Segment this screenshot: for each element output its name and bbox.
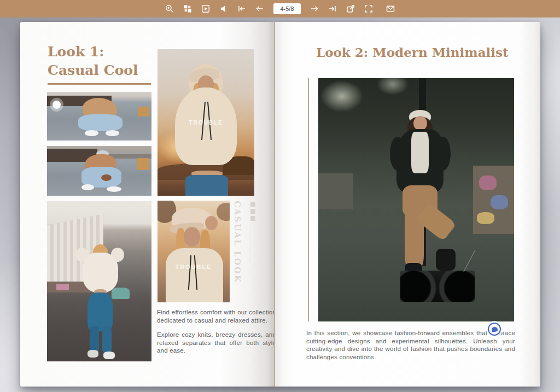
jacket-arm-shape [435, 137, 451, 171]
jeans-shape [88, 292, 113, 331]
sky-gap-shape [320, 80, 364, 112]
left-title-line1: Look 1: [48, 43, 138, 61]
shirt-text: TROUBLE [158, 264, 230, 270]
jeans-leg-shape [90, 326, 99, 354]
email-button[interactable] [384, 2, 397, 15]
hand-shape [205, 216, 217, 230]
photo-casual-crouch [47, 92, 151, 141]
page-right: Look 2: Modern Minimalist [275, 22, 540, 387]
sound-button[interactable] [217, 2, 230, 15]
page-flip-hint-button[interactable] [488, 323, 501, 336]
title-underline [48, 83, 151, 85]
thumbnails-icon [183, 4, 192, 14]
page-indicator[interactable]: 4-5/8 [273, 3, 301, 14]
vertical-caption: CASUAL LOOK [232, 201, 242, 305]
sound-icon [219, 4, 229, 14]
sneaker-shape [85, 130, 98, 136]
lens-flare [52, 101, 61, 109]
photo-sunset-hoodie: TROUBLE [158, 49, 254, 196]
photo-sunset-closeup: TROUBLE [158, 201, 230, 302]
left-page-title: Look 1: Casual Cool [48, 43, 138, 80]
jacket-arm-shape [390, 137, 406, 171]
car-shape [112, 288, 129, 299]
slideshow-icon [201, 4, 211, 14]
boot-shape [436, 249, 456, 271]
tee-shape [411, 132, 429, 173]
zoom-in-icon [165, 4, 174, 14]
graffiti-shape [491, 195, 508, 210]
share-icon [346, 4, 355, 14]
photo-casual-back-view [47, 201, 151, 361]
previous-page-icon [255, 4, 265, 14]
thumbnails-button[interactable] [181, 2, 194, 15]
antenna-shape [463, 250, 475, 272]
first-page-button[interactable] [235, 2, 248, 15]
face-shape [413, 116, 427, 131]
next-page-icon [310, 4, 319, 14]
hoodie-shape [83, 253, 118, 292]
sneaker-shape [107, 186, 121, 192]
share-button[interactable] [344, 2, 357, 15]
deco-square [250, 209, 255, 214]
deco-line [249, 225, 249, 261]
fullscreen-button[interactable] [362, 2, 375, 15]
book-spine [274, 22, 275, 387]
paragraph: Explore cozy knits, breezy dresses, and … [157, 331, 275, 355]
flipbook-toolbar: 4-5/8 [0, 0, 560, 17]
sneaker-shape [103, 352, 115, 359]
glove-shape [101, 174, 112, 181]
photo-casual-tying-shoe [47, 146, 151, 196]
jeans-leg-shape [102, 326, 112, 354]
graffiti-shape [479, 175, 497, 190]
crate-shape [137, 158, 149, 170]
deco-square [250, 216, 255, 221]
previous-page-button[interactable] [253, 2, 266, 15]
jeans-shape [185, 175, 228, 196]
email-icon [386, 4, 395, 14]
sneaker-shape [88, 350, 98, 357]
fullscreen-icon [364, 4, 374, 14]
paragraph: In this section, we showcase fashion-for… [306, 329, 515, 361]
last-page-icon [328, 4, 337, 14]
tree-blur-shape [217, 203, 230, 221]
swipe-hand-icon [491, 326, 498, 332]
left-page-copy: Find effortless comfort with our collect… [157, 308, 275, 355]
face-shape [184, 227, 200, 246]
graffiti-shape [477, 212, 494, 224]
page-left: Look 1: Casual Cool [20, 22, 275, 387]
slideshow-button[interactable] [199, 2, 212, 15]
next-page-button[interactable] [308, 2, 321, 15]
right-page-copy: In this section, we showcase fashion-for… [306, 329, 515, 361]
zoom-in-button[interactable] [163, 2, 176, 15]
right-page-title: Look 2: Modern Minimalist [316, 45, 509, 60]
boombox-shape [400, 271, 475, 302]
sign-shape [56, 284, 69, 290]
crate-shape [138, 107, 149, 117]
book-spread: Look 1: Casual Cool [20, 22, 540, 387]
wall-shape [318, 173, 353, 210]
sky-gap-shape [377, 78, 408, 95]
last-page-button[interactable] [326, 2, 339, 15]
hoodie-shape [175, 87, 237, 165]
deco-square [250, 202, 255, 207]
shirt-text: TROUBLE [158, 120, 254, 126]
jeans-shape [78, 114, 122, 131]
left-title-line2: Casual Cool [48, 61, 138, 80]
photo-minimalist-street [318, 78, 514, 321]
paragraph: Find effortless comfort with our collect… [157, 308, 275, 324]
photo-frame-line [308, 78, 309, 321]
sneaker-shape [81, 184, 94, 190]
first-page-icon [237, 4, 247, 14]
sneaker-shape [106, 130, 119, 136]
flipbook-viewer: 4-5/8 [0, 0, 560, 392]
